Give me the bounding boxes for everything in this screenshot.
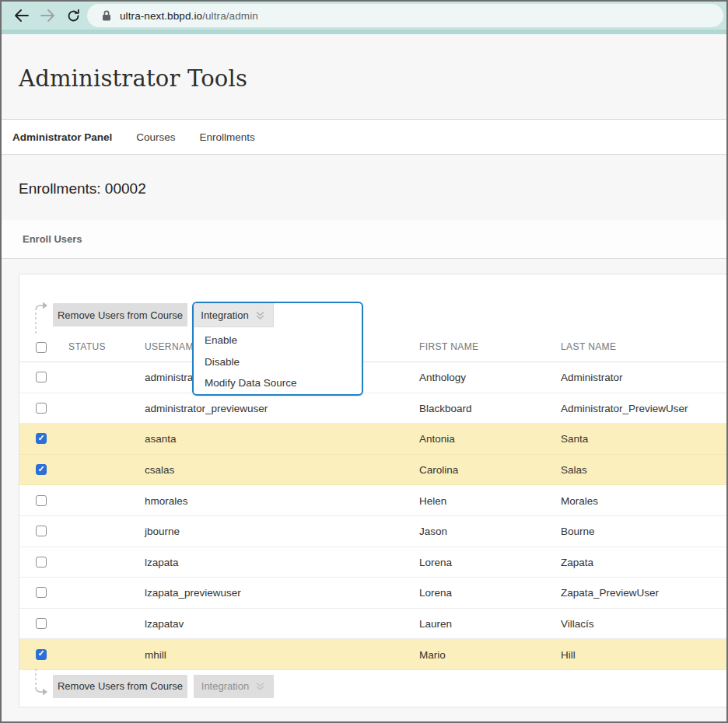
row-checkbox[interactable] — [36, 372, 47, 382]
cell-first-name: Blackboard — [419, 402, 472, 414]
row-checkbox[interactable] — [36, 557, 47, 568]
table-row: lzapatav Lauren Villacís — [19, 609, 728, 640]
section-title-band: Enrollments: 00002 — [2, 155, 726, 220]
table-header-row: STATUS USERNAME FIRST NAME LAST NAME — [19, 335, 728, 362]
double-chevron-down-icon — [254, 680, 266, 692]
cell-username: administrator_previewuser — [145, 402, 268, 414]
table-row: lzapata Lorena Zapata — [19, 547, 728, 578]
menu-item-modify-data-source[interactable]: Modify Data Source — [194, 372, 362, 394]
column-header-first-name[interactable]: FIRST NAME — [419, 341, 478, 352]
menu-item-enable[interactable]: Enable — [194, 330, 362, 351]
column-header-status[interactable]: STATUS — [68, 341, 106, 352]
column-header-last-name[interactable]: LAST NAME — [561, 341, 616, 352]
cell-username: jbourne — [145, 526, 180, 537]
browser-toolbar: ultra-next.bbpd.io/ultra/admin — [2, 2, 726, 30]
admin-tabbar: Administrator Panel Courses Enrollments — [2, 120, 726, 155]
integration-button-label: Integration — [201, 680, 249, 692]
cell-last-name: Santa — [561, 433, 588, 445]
integration-dropdown-open: Integration Enable Disable Modify Data S… — [192, 302, 363, 396]
integration-button-label: Integration — [201, 309, 248, 321]
select-all-checkbox[interactable] — [36, 342, 47, 353]
cell-last-name: Zapata_PreviewUser — [561, 587, 659, 599]
table-row: asanta Antonia Santa — [19, 424, 728, 455]
table-row: administrator Anthology Administrator — [19, 362, 728, 393]
cell-username: asanta — [145, 433, 177, 445]
lock-icon — [102, 10, 111, 21]
cell-last-name: Bourne — [561, 526, 595, 537]
table-toolbar-bottom: Remove Users from Course Integration — [19, 670, 728, 708]
table-row: lzapata_previewuser Lorena Zapata_Previe… — [19, 578, 728, 609]
remove-users-button-bottom[interactable]: Remove Users from Course — [53, 675, 187, 698]
cell-first-name: Helen — [419, 494, 446, 506]
menu-item-disable[interactable]: Disable — [194, 351, 362, 373]
cell-last-name: Administrator_PreviewUser — [561, 402, 688, 414]
remove-users-button-top[interactable]: Remove Users from Course — [53, 303, 187, 327]
enroll-users-label: Enroll Users — [23, 233, 82, 245]
cell-first-name: Jason — [419, 526, 447, 537]
cell-username: hmorales — [145, 494, 188, 506]
cell-username: csalas — [145, 464, 174, 476]
tab-enrollments[interactable]: Enrollments — [200, 131, 255, 143]
table-row: hmorales Helen Morales — [19, 485, 728, 516]
enroll-users-bar[interactable]: Enroll Users — [2, 220, 726, 259]
cell-last-name: Hill — [561, 648, 576, 660]
cell-first-name: Lorena — [419, 587, 452, 599]
refresh-icon[interactable] — [67, 9, 80, 23]
table-toolbar-top: Remove Users from Course — [19, 274, 728, 335]
cell-last-name: Salas — [561, 464, 587, 476]
section-title: Enrollments: 00002 — [2, 155, 726, 197]
cell-first-name: Lorena — [419, 556, 452, 568]
tab-administrator-panel[interactable]: Administrator Panel — [12, 131, 112, 143]
double-chevron-down-icon — [254, 309, 266, 321]
integration-dropdown-menu: Enable Disable Modify Data Source — [194, 330, 362, 394]
row-checkbox[interactable] — [36, 464, 47, 475]
table-row: administrator_previewuser Blackboard Adm… — [19, 393, 728, 424]
table-row: csalas Carolina Salas — [19, 455, 728, 486]
integration-button-bottom[interactable]: Integration — [194, 675, 274, 698]
row-checkbox[interactable] — [36, 403, 47, 414]
cell-last-name: Villacís — [561, 618, 594, 630]
cell-first-name: Lauren — [419, 618, 452, 630]
enrollments-table-card: Remove Users from Course STATUS USERNAME… — [19, 274, 728, 707]
forward-icon[interactable] — [40, 9, 55, 22]
cell-username: lzapata — [145, 556, 179, 568]
cell-last-name: Zapata — [561, 556, 593, 568]
cell-first-name: Carolina — [419, 464, 458, 476]
page-header: Administrator Tools — [2, 34, 726, 120]
row-checkbox[interactable] — [36, 649, 47, 660]
cell-first-name: Antonia — [419, 433, 455, 445]
apply-to-selection-arrow-icon — [33, 299, 51, 338]
address-bar[interactable]: ultra-next.bbpd.io/ultra/admin — [87, 4, 723, 27]
url-text: ultra-next.bbpd.io/ultra/admin — [120, 10, 258, 22]
integration-dropdown-button[interactable]: Integration — [194, 303, 274, 327]
cell-username: lzapatav — [145, 618, 184, 630]
row-checkbox[interactable] — [36, 433, 47, 444]
row-checkbox[interactable] — [36, 618, 47, 629]
screenshot-frame: ultra-next.bbpd.io/ultra/admin Administr… — [0, 0, 728, 723]
back-icon[interactable] — [14, 9, 29, 22]
tab-courses[interactable]: Courses — [136, 131, 175, 143]
cell-username: mhill — [145, 648, 166, 660]
page-title: Administrator Tools — [2, 34, 726, 92]
row-checkbox[interactable] — [36, 495, 47, 506]
cell-username: lzapata_previewuser — [145, 587, 241, 599]
table-row: jbourne Jason Bourne — [19, 516, 728, 547]
cell-last-name: Administrator — [561, 372, 623, 383]
cell-last-name: Morales — [561, 494, 598, 506]
row-checkbox[interactable] — [36, 526, 47, 536]
cell-first-name: Mario — [419, 648, 446, 660]
table-row: mhill Mario Hill — [19, 639, 728, 670]
row-checkbox[interactable] — [36, 587, 47, 598]
apply-to-selection-arrow-icon — [33, 669, 51, 703]
cell-first-name: Anthology — [419, 372, 466, 383]
